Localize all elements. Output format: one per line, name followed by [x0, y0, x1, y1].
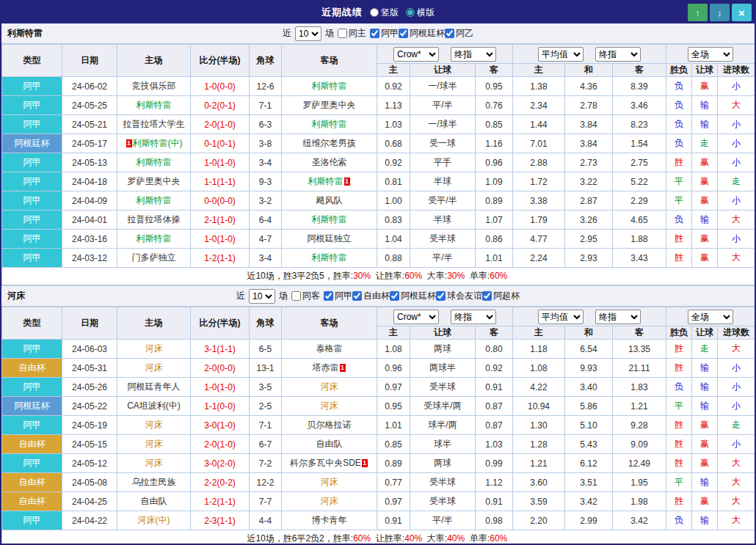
home-team-cell[interactable]: 罗萨里奥中央: [117, 172, 191, 191]
league-filter-checkbox-input[interactable]: [445, 29, 454, 38]
home-team-cell[interactable]: 1利斯特雷(中): [117, 134, 191, 153]
home-team-cell[interactable]: 河床(中): [117, 511, 191, 530]
same-venue-checkbox[interactable]: 同主: [338, 27, 366, 40]
match-count-select[interactable]: 10: [295, 26, 321, 41]
away-team-cell[interactable]: 利斯特雷: [282, 249, 377, 268]
league-filter-checkbox-input[interactable]: [324, 291, 333, 301]
home-team-cell[interactable]: 门多萨独立: [117, 249, 191, 268]
average-final-select[interactable]: 终指: [595, 47, 641, 62]
scope-select[interactable]: 全场: [688, 47, 733, 62]
home-team-cell[interactable]: 河床: [117, 435, 191, 454]
match-score[interactable]: 0-2(0-1): [191, 96, 250, 115]
away-team-cell[interactable]: 利斯特雷: [282, 77, 377, 96]
scope-select[interactable]: 全场: [688, 310, 733, 324]
same-venue-checkbox-input[interactable]: [291, 291, 301, 301]
average-final-select[interactable]: 终指: [595, 310, 641, 324]
match-score[interactable]: 1-1(1-1): [191, 172, 250, 191]
league-filter-checkbox-input[interactable]: [399, 29, 408, 38]
away-team-cell[interactable]: 利斯特雷1: [282, 172, 377, 191]
league-filter-checkbox-input[interactable]: [436, 291, 446, 301]
home-team-cell[interactable]: 河床: [117, 359, 191, 378]
odds-company-select[interactable]: Crow*: [393, 310, 439, 324]
horizontal-radio-input[interactable]: [406, 8, 415, 17]
away-team-cell[interactable]: 纽维尔老男孩: [282, 134, 377, 153]
match-score[interactable]: 2-0(0-0): [191, 359, 250, 378]
away-team-cell[interactable]: 河床: [282, 492, 377, 511]
match-count-select[interactable]: 10: [249, 289, 275, 304]
league-filter-checkbox-input[interactable]: [390, 291, 399, 301]
same-venue-checkbox-input[interactable]: [338, 29, 347, 38]
layout-radio-vertical[interactable]: 竖版: [370, 7, 399, 19]
home-team-cell[interactable]: 拉普拉塔大学生: [117, 115, 191, 134]
away-team-cell[interactable]: 利斯特雷: [282, 115, 377, 134]
match-score[interactable]: 1-1(0-0): [191, 397, 250, 416]
league-filter-checkbox[interactable]: 阿甲: [324, 290, 352, 302]
average-select[interactable]: 平均值: [538, 310, 584, 324]
away-team-cell[interactable]: 塔赤雷1: [282, 359, 377, 378]
same-venue-checkbox[interactable]: 同客: [291, 290, 320, 302]
home-team-cell[interactable]: 竞技俱乐部: [117, 77, 191, 96]
average-select[interactable]: 平均值: [538, 47, 584, 62]
league-filter-checkbox[interactable]: 自由杯: [352, 290, 390, 302]
match-score[interactable]: 1-0(1-0): [191, 230, 250, 249]
layout-radio-horizontal[interactable]: 横版: [406, 7, 435, 19]
away-team-cell[interactable]: 河床: [282, 397, 377, 416]
league-filter-checkbox[interactable]: 阿乙: [445, 27, 473, 40]
away-team-cell[interactable]: 阿根廷独立: [282, 230, 377, 249]
away-team-cell[interactable]: 贝尔格拉诺: [282, 416, 377, 435]
match-score[interactable]: 0-1(0-1): [191, 134, 250, 153]
home-team-cell[interactable]: 河床: [117, 454, 191, 473]
move-down-button[interactable]: ↓: [710, 4, 730, 21]
match-score[interactable]: 1-2(1-1): [191, 249, 250, 268]
match-score[interactable]: 3-0(1-0): [191, 416, 250, 435]
home-team-cell[interactable]: 河床: [117, 340, 191, 359]
match-score[interactable]: 2-1(1-0): [191, 211, 250, 230]
home-team-cell[interactable]: 河床: [117, 416, 191, 435]
home-team-cell[interactable]: 利斯特雷: [117, 230, 191, 249]
home-team-cell[interactable]: 利斯特雷: [117, 191, 191, 211]
away-team-cell[interactable]: 河床: [282, 378, 377, 397]
away-team-cell[interactable]: 自由队: [282, 435, 377, 454]
league-filter-checkbox-input[interactable]: [482, 291, 492, 301]
match-score[interactable]: 3-0(2-0): [191, 454, 250, 473]
vertical-radio-input[interactable]: [370, 8, 379, 17]
match-score[interactable]: 0-0(0-0): [191, 191, 250, 211]
home-team-cell[interactable]: 自由队: [117, 492, 191, 511]
league-filter-checkbox-input[interactable]: [370, 29, 379, 38]
league-filter-checkbox[interactable]: 阿根廷杯: [399, 27, 445, 40]
home-team-cell[interactable]: 阿根廷青年人: [117, 378, 191, 397]
home-team-cell[interactable]: 利斯特雷: [117, 96, 191, 115]
odds-final-select[interactable]: 终指: [451, 47, 496, 62]
home-team-cell[interactable]: 利斯特雷: [117, 153, 191, 172]
match-score[interactable]: 2-0(1-0): [191, 115, 250, 134]
close-button[interactable]: ×: [732, 4, 752, 21]
away-team-cell[interactable]: 利斯特雷: [282, 211, 377, 230]
away-team-cell[interactable]: 泰格雷: [282, 340, 377, 359]
away-team-cell[interactable]: 博卡青年: [282, 511, 377, 530]
away-team-cell[interactable]: 科尔多瓦中央SDE1: [282, 454, 377, 473]
league-filter-checkbox[interactable]: 阿超杯: [482, 290, 520, 302]
home-team-cell[interactable]: CA坦波利(中): [117, 397, 191, 416]
league-filter-checkbox[interactable]: 球会友谊: [436, 290, 482, 302]
away-team-cell[interactable]: 罗萨里奥中央: [282, 96, 377, 115]
match-score[interactable]: 1-0(1-0): [191, 153, 250, 172]
league-filter-checkbox-input[interactable]: [352, 291, 362, 301]
league-filter-checkbox[interactable]: 阿根廷杯: [390, 290, 436, 302]
away-team-cell[interactable]: 河床: [282, 473, 377, 492]
move-up-button[interactable]: ↑: [688, 4, 708, 21]
home-team-cell[interactable]: 拉普拉塔体操: [117, 211, 191, 230]
match-score[interactable]: 3-1(1-1): [191, 340, 250, 359]
match-score[interactable]: 2-0(1-0): [191, 435, 250, 454]
match-score[interactable]: 2-3(1-1): [191, 511, 250, 530]
match-score[interactable]: 1-2(1-1): [191, 492, 250, 511]
away-team-cell[interactable]: 圣洛伦索: [282, 153, 377, 172]
odds-final-select[interactable]: 终指: [451, 310, 496, 324]
odds-company-select[interactable]: Crow*: [393, 47, 439, 62]
away-team-cell[interactable]: 飓风队: [282, 191, 377, 211]
handicap-odds-1: 受半球: [410, 473, 476, 492]
match-score[interactable]: 2-2(0-2): [191, 473, 250, 492]
match-score[interactable]: 1-0(1-0): [191, 378, 250, 397]
league-filter-checkbox[interactable]: 阿甲: [370, 27, 399, 40]
match-score[interactable]: 1-0(0-0): [191, 77, 250, 96]
home-team-cell[interactable]: 乌拉圭民族: [117, 473, 191, 492]
